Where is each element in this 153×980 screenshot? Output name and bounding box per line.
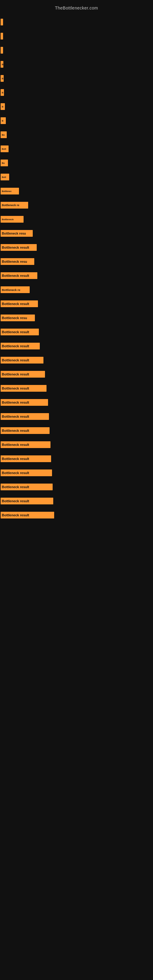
bar-label-13: Bottleneck re: [1, 202, 28, 208]
bar-wrapper-29: Bottleneck result: [0, 425, 153, 436]
bar-wrapper-2: [0, 45, 153, 56]
bar-label-20: Bottleneck result: [1, 301, 38, 307]
bar-label-34: Bottleneck result: [1, 498, 53, 504]
bar-wrapper-19: Bottleneck re: [0, 284, 153, 296]
bar-label-0: [1, 19, 3, 25]
bar-label-25: Bottleneck result: [1, 371, 45, 378]
bar-row-30: Bottleneck result: [0, 438, 153, 452]
bar-row-1: [0, 29, 153, 43]
bar-wrapper-26: Bottleneck result: [0, 382, 153, 394]
bar-label-26: Bottleneck result: [1, 385, 46, 392]
bar-wrapper-6: B: [0, 101, 153, 112]
bar-wrapper-24: Bottleneck result: [0, 354, 153, 366]
bar-row-23: Bottleneck result: [0, 339, 153, 353]
bar-label-4: B: [1, 75, 4, 82]
bar-wrapper-10: Bo: [0, 157, 153, 169]
bar-wrapper-27: Bottleneck result: [0, 396, 153, 408]
bar-row-18: Bottleneck result: [0, 269, 153, 283]
bar-wrapper-35: Bottleneck result: [0, 509, 153, 521]
bar-row-33: Bottleneck result: [0, 480, 153, 494]
bar-wrapper-13: Bottleneck re: [0, 199, 153, 211]
bar-wrapper-32: Bottleneck result: [0, 467, 153, 479]
bar-row-27: Bottleneck result: [0, 395, 153, 409]
bar-label-35: Bottleneck result: [1, 512, 54, 519]
bar-label-18: Bottleneck result: [1, 272, 37, 279]
bar-wrapper-15: Bottleneck resu: [0, 228, 153, 239]
bar-row-13: Bottleneck re: [0, 198, 153, 212]
bar-label-33: Bottleneck result: [1, 484, 53, 490]
bar-row-6: B: [0, 100, 153, 114]
bar-label-14: Bottleneck: [1, 216, 24, 223]
bar-wrapper-28: Bottleneck result: [0, 411, 153, 422]
bar-row-16: Bottleneck result: [0, 240, 153, 255]
bar-row-29: Bottleneck result: [0, 423, 153, 438]
bar-label-11: Bott: [1, 173, 9, 180]
bar-wrapper-9: Bott: [0, 143, 153, 155]
bar-row-20: Bottleneck result: [0, 297, 153, 311]
bar-row-32: Bottleneck result: [0, 466, 153, 480]
bar-label-29: Bottleneck result: [1, 427, 49, 434]
bar-wrapper-18: Bottleneck result: [0, 270, 153, 282]
bar-wrapper-3: B: [0, 59, 153, 70]
bar-row-17: Bottleneck resu: [0, 255, 153, 269]
bar-wrapper-5: B: [0, 87, 153, 98]
bar-row-8: Bo: [0, 128, 153, 142]
bar-row-10: Bo: [0, 156, 153, 170]
bar-label-9: Bott: [1, 145, 9, 152]
bar-row-35: Bottleneck result: [0, 508, 153, 522]
bar-wrapper-21: Bottleneck resu: [0, 312, 153, 324]
bar-wrapper-4: B: [0, 73, 153, 84]
bar-label-28: Bottleneck result: [1, 413, 49, 420]
bar-label-32: Bottleneck result: [1, 469, 52, 476]
bar-row-24: Bottleneck result: [0, 353, 153, 367]
bar-row-12: Bottlenec: [0, 184, 153, 198]
bar-row-14: Bottleneck: [0, 212, 153, 226]
bar-wrapper-22: Bottleneck result: [0, 326, 153, 338]
bar-wrapper-23: Bottleneck result: [0, 340, 153, 352]
bar-wrapper-31: Bottleneck result: [0, 453, 153, 465]
bar-label-16: Bottleneck result: [1, 244, 37, 251]
bar-label-24: Bottleneck result: [1, 357, 43, 364]
bar-label-7: B: [1, 117, 6, 124]
bar-wrapper-0: [0, 16, 153, 28]
bar-label-31: Bottleneck result: [1, 455, 51, 462]
bar-wrapper-17: Bottleneck resu: [0, 256, 153, 267]
bar-row-9: Bott: [0, 142, 153, 156]
bar-label-3: B: [1, 61, 3, 68]
page-container: TheBottlenecker.com BBBBBBoBottBoBottBot…: [0, 0, 153, 980]
bar-row-19: Bottleneck re: [0, 283, 153, 297]
bar-row-25: Bottleneck result: [0, 367, 153, 381]
bar-row-3: B: [0, 57, 153, 72]
bar-wrapper-1: [0, 30, 153, 42]
bar-wrapper-20: Bottleneck result: [0, 298, 153, 310]
bar-wrapper-34: Bottleneck result: [0, 495, 153, 507]
bar-wrapper-12: Bottlenec: [0, 185, 153, 197]
bar-label-21: Bottleneck resu: [1, 315, 35, 321]
site-title: TheBottlenecker.com: [0, 3, 153, 15]
bar-label-12: Bottlenec: [1, 188, 19, 194]
bar-wrapper-33: Bottleneck result: [0, 481, 153, 493]
bar-row-26: Bottleneck result: [0, 381, 153, 395]
bar-row-28: Bottleneck result: [0, 409, 153, 423]
bar-row-4: B: [0, 72, 153, 86]
bar-row-31: Bottleneck result: [0, 452, 153, 466]
bar-label-5: B: [1, 89, 4, 96]
bar-wrapper-11: Bott: [0, 171, 153, 183]
bar-label-2: [1, 47, 3, 54]
bar-row-2: [0, 43, 153, 57]
bar-label-19: Bottleneck re: [1, 286, 30, 293]
bar-label-8: Bo: [1, 131, 7, 138]
bar-wrapper-8: Bo: [0, 129, 153, 140]
bar-label-10: Bo: [1, 159, 8, 166]
bar-wrapper-16: Bottleneck result: [0, 242, 153, 253]
bar-label-30: Bottleneck result: [1, 441, 51, 448]
bar-row-21: Bottleneck resu: [0, 311, 153, 325]
bar-row-15: Bottleneck resu: [0, 226, 153, 240]
bar-wrapper-14: Bottleneck: [0, 213, 153, 225]
bar-label-17: Bottleneck resu: [1, 258, 34, 265]
bar-row-34: Bottleneck result: [0, 494, 153, 508]
bar-wrapper-25: Bottleneck result: [0, 368, 153, 380]
bar-label-15: Bottleneck resu: [1, 230, 33, 237]
bar-row-11: Bott: [0, 170, 153, 184]
bar-label-22: Bottleneck result: [1, 329, 39, 335]
